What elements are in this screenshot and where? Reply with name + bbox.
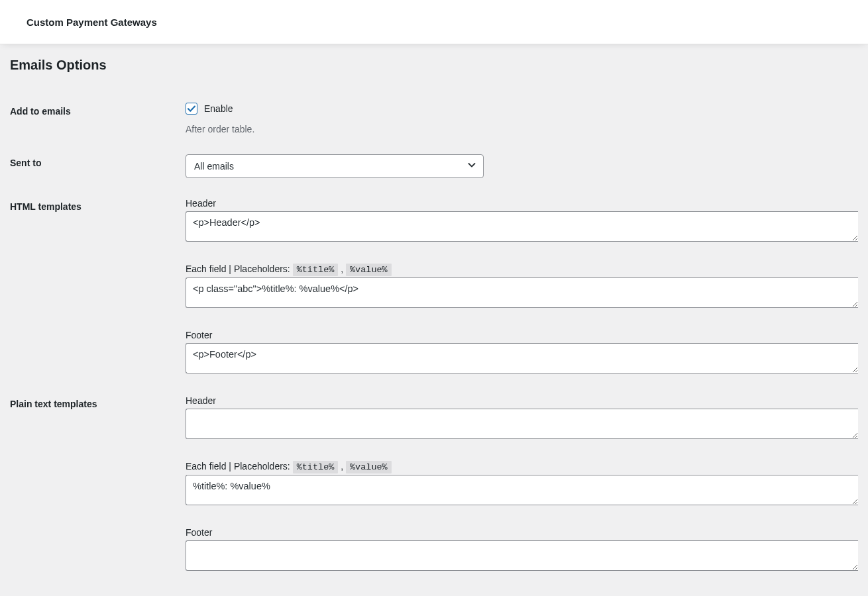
row-add-to-emails: Add to emails Enable After order table. — [10, 93, 858, 144]
placeholder-value-chip: %value% — [346, 264, 392, 276]
html-footer-label: Footer — [186, 330, 858, 340]
placeholder-title-chip: %title% — [293, 461, 339, 473]
row-sent-to: Sent to All emails — [10, 144, 858, 188]
page-body: Emails Options Add to emails Enable Afte… — [0, 58, 868, 596]
sent-to-select[interactable]: All emails — [186, 154, 484, 178]
sent-to-select-value: All emails — [194, 161, 234, 172]
enable-checkbox-label: Enable — [204, 103, 233, 114]
placeholder-separator: , — [341, 461, 346, 472]
html-each-field-textarea[interactable] — [186, 277, 858, 308]
plain-each-field-label: Each field | Placeholders: %title% , %va… — [186, 461, 858, 472]
enable-checkbox[interactable] — [186, 103, 197, 115]
plain-footer-label: Footer — [186, 527, 858, 538]
check-icon — [187, 104, 196, 113]
html-header-label: Header — [186, 198, 858, 209]
form-table: Add to emails Enable After order table. — [10, 93, 858, 583]
topbar-title: Custom Payment Gateways — [27, 17, 157, 28]
plain-header-label: Header — [186, 395, 858, 406]
html-header-textarea[interactable] — [186, 211, 858, 242]
section-title: Emails Options — [10, 58, 858, 73]
placeholder-title-chip: %title% — [293, 264, 339, 276]
plain-footer-textarea[interactable] — [186, 540, 858, 571]
row-html-templates: HTML templates Header Each field | Place… — [10, 188, 858, 385]
plain-each-field-prefix: Each field | Placeholders: — [186, 461, 293, 472]
label-add-to-emails: Add to emails — [10, 93, 186, 144]
row-plain-templates: Plain text templates Header Each field |… — [10, 385, 858, 583]
label-sent-to: Sent to — [10, 144, 186, 188]
plain-header-textarea[interactable] — [186, 409, 858, 439]
html-each-field-label: Each field | Placeholders: %title% , %va… — [186, 264, 858, 275]
label-html-templates: HTML templates — [10, 188, 186, 385]
plain-each-field-textarea[interactable] — [186, 475, 858, 505]
html-each-field-prefix: Each field | Placeholders: — [186, 264, 293, 274]
html-footer-textarea[interactable] — [186, 343, 858, 373]
placeholder-separator: , — [341, 264, 346, 274]
add-to-emails-description: After order table. — [186, 124, 858, 134]
label-plain-templates: Plain text templates — [10, 385, 186, 583]
placeholder-value-chip: %value% — [346, 461, 392, 473]
top-bar: Custom Payment Gateways — [0, 0, 868, 44]
